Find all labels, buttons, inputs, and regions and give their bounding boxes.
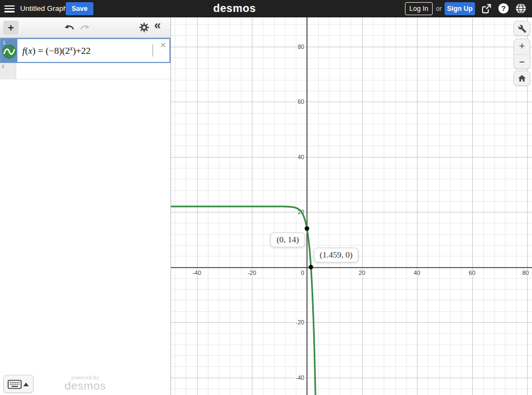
login-button[interactable]: Log In — [405, 2, 433, 15]
redo-icon[interactable] — [79, 23, 91, 34]
expressions-panel: + « 1 — [0, 17, 171, 395]
help-icon[interactable]: ? — [498, 3, 509, 14]
point-label: (0, 14) — [270, 233, 305, 247]
expression-gutter-1[interactable]: 1 — [1, 39, 17, 62]
zoom-controls: + − — [514, 39, 530, 69]
graph-paper[interactable]: -40-2002040608080604020-20-40 + − (0, 14… — [171, 17, 532, 395]
svg-text:20: 20 — [359, 269, 365, 276]
point-label: (1.459, 0) — [314, 248, 359, 262]
keyboard-icon — [8, 380, 22, 389]
svg-text:-20: -20 — [248, 269, 256, 276]
globe-language-icon[interactable] — [516, 3, 527, 14]
delete-expression-icon[interactable]: × — [160, 40, 166, 50]
signup-button[interactable]: Sign Up — [445, 2, 475, 15]
svg-text:-20: -20 — [295, 319, 304, 325]
share-icon[interactable] — [481, 3, 492, 14]
graph-settings-button[interactable] — [514, 21, 530, 36]
point-marker[interactable] — [309, 265, 313, 269]
or-label: or — [436, 5, 442, 12]
add-expression-button[interactable]: + — [3, 21, 18, 35]
svg-text:0: 0 — [301, 269, 304, 276]
save-button[interactable]: Save — [66, 2, 93, 15]
svg-text:-40: -40 — [295, 374, 304, 381]
keyboard-toggle-button[interactable] — [3, 375, 34, 393]
expression-input[interactable]: f(x) = (−8)(2x)+22 × — [17, 39, 169, 62]
chevron-up-icon — [23, 383, 29, 386]
graph-title[interactable]: Untitled Graph — [20, 4, 67, 12]
gear-settings-icon[interactable] — [139, 22, 149, 35]
function-visibility-icon[interactable] — [2, 45, 16, 59]
text-cursor — [153, 45, 153, 57]
svg-text:-40: -40 — [193, 269, 201, 276]
zoom-in-button[interactable]: + — [514, 39, 530, 54]
svg-text:60: 60 — [297, 98, 304, 105]
svg-text:40: 40 — [297, 154, 304, 160]
desmos-logo: desmos — [211, 2, 258, 15]
collapse-panel-icon[interactable]: « — [154, 18, 161, 33]
expression-text: f(x) = (−8)(2x)+22 — [22, 45, 91, 57]
wrench-icon — [518, 24, 527, 33]
graph-canvas[interactable]: -40-2002040608080604020-20-40 — [171, 17, 532, 395]
svg-text:80: 80 — [522, 269, 529, 276]
expression-row-2[interactable]: 2 — [0, 63, 170, 79]
zoom-out-button[interactable]: − — [514, 54, 530, 70]
svg-text:60: 60 — [468, 269, 475, 276]
expression-gutter-2: 2 — [0, 63, 16, 79]
expressions-toolbar: + « — [0, 17, 170, 38]
undo-icon[interactable] — [63, 23, 75, 34]
expression-row-1: 1 f(x) = (−8)(2x)+22 × — [0, 38, 170, 63]
point-marker[interactable] — [305, 226, 309, 230]
home-icon — [518, 74, 526, 82]
default-viewport-button[interactable] — [514, 71, 530, 86]
top-navbar: Untitled Graph Save desmos Log In or Sig… — [0, 0, 532, 17]
svg-text:40: 40 — [414, 269, 420, 276]
expression-index: 2 — [2, 64, 4, 69]
hamburger-menu-icon[interactable] — [4, 4, 16, 14]
svg-text:80: 80 — [297, 43, 304, 50]
